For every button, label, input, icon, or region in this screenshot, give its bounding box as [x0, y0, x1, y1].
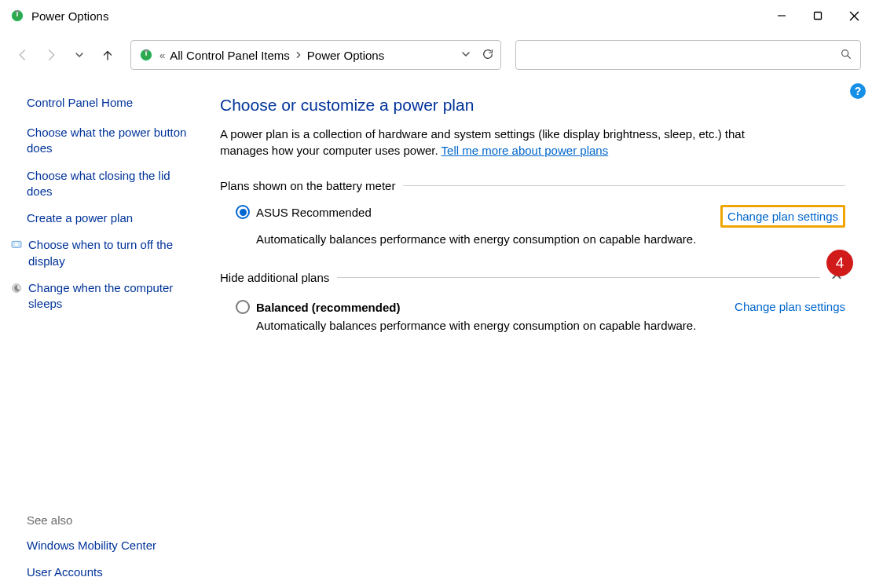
- annotation-step-badge: 4: [826, 250, 853, 276]
- address-dropdown-button[interactable]: [461, 49, 471, 61]
- change-balanced-plan-link[interactable]: Change plan settings: [735, 300, 845, 313]
- see-also-label: User Accounts: [27, 564, 103, 580]
- see-also-mobility-center[interactable]: Windows Mobility Center: [27, 538, 196, 553]
- see-also-label: Windows Mobility Center: [27, 538, 156, 553]
- task-label: Change when the computer sleeps: [28, 280, 196, 312]
- tell-me-more-link[interactable]: Tell me more about power plans: [441, 144, 609, 157]
- plan-asus-radio[interactable]: ASUS Recommended: [236, 205, 372, 219]
- app-icon: [9, 8, 25, 24]
- task-label: Create a power plan: [27, 210, 133, 226]
- page-description: A power plan is a collection of hardware…: [220, 126, 770, 159]
- plan-asus-description: Automatically balances performance with …: [220, 228, 845, 250]
- control-panel-home-link[interactable]: Control Panel Home: [27, 96, 196, 109]
- address-app-icon: [137, 46, 155, 64]
- plan-balanced-description: Automatically balances performance with …: [220, 314, 845, 337]
- close-button[interactable]: [836, 0, 872, 31]
- task-label: Choose what closing the lid does: [27, 168, 196, 200]
- task-closing-lid[interactable]: Choose what closing the lid does: [27, 168, 196, 200]
- plan-balanced-row: Balanced (recommended) Change plan setti…: [220, 295, 845, 314]
- task-computer-sleeps[interactable]: Change when the computer sleeps: [27, 280, 196, 312]
- svg-point-13: [15, 243, 18, 247]
- svg-rect-1: [16, 12, 18, 16]
- nav-toolbar: « All Control Panel Items Power Options: [0, 31, 872, 79]
- see-also-header: See also: [27, 513, 196, 527]
- section-additional-plans-header: Hide additional plans: [220, 268, 845, 287]
- chevron-right-icon[interactable]: [293, 49, 304, 61]
- sidebar: Control Panel Home Choose what the power…: [11, 85, 204, 588]
- nav-recent-button[interactable]: [68, 43, 91, 67]
- task-turn-off-display[interactable]: Choose when to turn off the display: [27, 237, 196, 269]
- svg-line-11: [848, 56, 850, 58]
- nav-back-button[interactable]: [11, 43, 35, 67]
- task-power-button[interactable]: Choose what the power button does: [27, 125, 196, 157]
- section-header-label: Plans shown on the battery meter: [220, 179, 395, 192]
- see-also-user-accounts[interactable]: User Accounts: [27, 564, 196, 580]
- plan-asus-name: ASUS Recommended: [256, 206, 372, 219]
- task-label: Choose when to turn off the display: [28, 237, 196, 269]
- titlebar: Power Options: [0, 0, 872, 31]
- annotation-step-number: 4: [836, 254, 845, 272]
- main-content: Choose or customize a power plan A power…: [204, 85, 861, 588]
- divider: [403, 185, 845, 186]
- minimize-button[interactable]: [764, 0, 800, 31]
- nav-up-button[interactable]: [96, 43, 119, 67]
- task-label: Choose what the power button does: [27, 125, 196, 157]
- search-icon[interactable]: [840, 48, 852, 63]
- sleep-icon: [9, 281, 24, 295]
- svg-rect-2: [15, 10, 20, 12]
- window-title: Power Options: [31, 9, 108, 23]
- svg-rect-9: [144, 49, 148, 51]
- address-bar[interactable]: « All Control Panel Items Power Options: [130, 40, 501, 70]
- divider: [337, 277, 820, 278]
- refresh-button[interactable]: [482, 48, 494, 63]
- maximize-button[interactable]: [800, 0, 836, 31]
- breadcrumb-prefix-icon: «: [158, 49, 167, 61]
- change-asus-plan-link[interactable]: Change plan settings: [720, 205, 845, 228]
- nav-forward-button[interactable]: [39, 43, 63, 67]
- plan-balanced-radio[interactable]: Balanced (recommended): [236, 300, 400, 314]
- task-create-plan[interactable]: Create a power plan: [27, 210, 196, 226]
- breadcrumb-item-2[interactable]: Power Options: [307, 49, 384, 62]
- plan-balanced-name: Balanced (recommended): [256, 301, 400, 314]
- search-input[interactable]: [524, 49, 840, 62]
- breadcrumb-item-1[interactable]: All Control Panel Items: [170, 49, 290, 62]
- svg-point-10: [842, 49, 848, 56]
- page-title: Choose or customize a power plan: [220, 96, 845, 115]
- display-icon: [9, 238, 24, 252]
- section-header-label: Hide additional plans: [220, 271, 329, 284]
- section-battery-plans-header: Plans shown on the battery meter: [220, 179, 845, 192]
- svg-rect-4: [815, 13, 822, 20]
- plan-asus-row: ASUS Recommended Change plan settings: [220, 200, 845, 228]
- search-box[interactable]: [515, 40, 861, 70]
- svg-rect-8: [145, 51, 147, 56]
